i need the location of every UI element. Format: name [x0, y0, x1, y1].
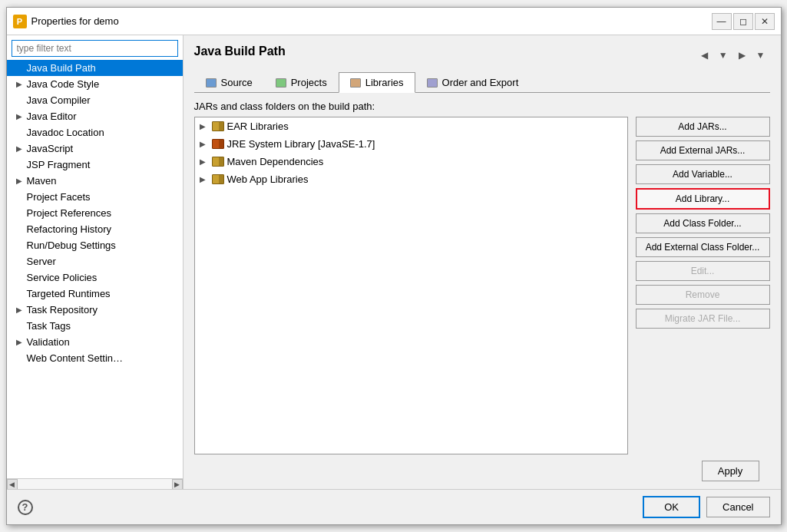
expand-arrow-icon: ▶ — [16, 306, 25, 314]
sidebar-item-project-references[interactable]: Project References — [7, 205, 183, 221]
tab-libraries-label: Libraries — [365, 77, 404, 88]
sidebar-item-javadoc-location[interactable]: Javadoc Location — [7, 124, 183, 140]
add-external-jars-button[interactable]: Add External JARs... — [636, 140, 770, 160]
sidebar-item-label: Web Content Settin… — [27, 352, 124, 364]
dialog-icon: P — [13, 15, 27, 28]
nav-forward-button[interactable]: ▶ — [734, 48, 750, 63]
tab-libraries-icon — [350, 78, 361, 88]
sidebar-item-server[interactable]: Server — [7, 253, 183, 269]
sidebar-item-label: Java Compiler — [27, 94, 91, 106]
sidebar-item-project-facets[interactable]: Project Facets — [7, 189, 183, 205]
cancel-button[interactable]: Cancel — [706, 497, 769, 517]
lib-expand-arrow-icon: ▶ — [200, 175, 210, 183]
content-area: ▶EAR Libraries▶JRE System Library [JavaS… — [194, 117, 770, 454]
lib-webapp-libs-icon — [212, 174, 224, 184]
sidebar-list: Java Build Path▶ Java Code StyleJava Com… — [7, 60, 183, 478]
expand-arrow-icon: ▶ — [16, 144, 25, 153]
lib-maven-deps-label: Maven Dependencies — [227, 156, 324, 167]
lib-item-jre-system[interactable]: ▶JRE System Library [JavaSE-1.7] — [195, 135, 627, 153]
lib-expand-arrow-icon: ▶ — [200, 157, 210, 166]
sidebar-item-label: Java Build Path — [27, 62, 96, 74]
libraries-panel[interactable]: ▶EAR Libraries▶JRE System Library [JavaS… — [194, 117, 628, 454]
sidebar-item-validation[interactable]: ▶ Validation — [7, 334, 183, 350]
expand-arrow-icon: ▶ — [16, 338, 25, 346]
nav-forward-dropdown-button[interactable]: ▼ — [752, 48, 770, 63]
apply-button[interactable]: Apply — [702, 461, 759, 481]
sidebar-item-java-compiler[interactable]: Java Compiler — [7, 92, 183, 108]
remove-button: Remove — [636, 285, 770, 305]
tab-source[interactable]: Source — [194, 72, 264, 92]
help-button[interactable]: ? — [18, 500, 33, 515]
scroll-left-button[interactable]: ◀ — [7, 479, 18, 490]
sidebar-item-label: Maven — [27, 175, 57, 187]
main-panel: Java Build Path ◀ ▼ ▶ ▼ SourceProjectsLi… — [184, 35, 781, 489]
sidebar-item-task-tags[interactable]: Task Tags — [7, 318, 183, 334]
minimize-button[interactable]: — — [712, 13, 732, 30]
tab-projects-label: Projects — [291, 77, 327, 88]
sidebar-item-web-content-settings[interactable]: Web Content Settin… — [7, 350, 183, 366]
title-bar: P Properties for demo — ◻ ✕ — [7, 8, 781, 35]
tab-source-icon — [206, 78, 217, 88]
sidebar-item-refactoring-history[interactable]: Refactoring History — [7, 221, 183, 237]
lib-webapp-libs-label: Web App Libraries — [227, 173, 309, 185]
tab-projects[interactable]: Projects — [264, 72, 339, 92]
sidebar-item-label: Targeted Runtimes — [27, 288, 111, 299]
sidebar-item-label: Project Facets — [27, 191, 91, 203]
add-variable-button[interactable]: Add Variable... — [636, 164, 770, 184]
expand-arrow-icon: ▶ — [16, 80, 25, 88]
nav-back-button[interactable]: ◀ — [696, 48, 713, 63]
sidebar-item-javascript[interactable]: ▶ JavaScript — [7, 140, 183, 157]
sidebar-item-java-editor[interactable]: ▶ Java Editor — [7, 108, 183, 124]
add-external-class-folder-button[interactable]: Add External Class Folder... — [636, 237, 770, 257]
sidebar-item-jsp-fragment[interactable]: JSP Fragment — [7, 157, 183, 173]
sidebar-item-label: Project References — [27, 207, 112, 219]
sidebar-item-run-debug-settings[interactable]: Run/Debug Settings — [7, 237, 183, 253]
dialog-footer: ? OK Cancel — [7, 489, 781, 524]
maximize-button[interactable]: ◻ — [733, 13, 753, 30]
scroll-right-button[interactable]: ▶ — [172, 479, 183, 490]
sidebar-item-label: Javadoc Location — [27, 127, 104, 138]
filter-input[interactable] — [12, 40, 178, 57]
ok-button[interactable]: OK — [643, 496, 700, 518]
sidebar-item-task-repository[interactable]: ▶ Task Repository — [7, 302, 183, 318]
dialog-title: Properties for demo — [31, 15, 712, 27]
lib-jre-system-label: JRE System Library [JavaSE-1.7] — [227, 138, 375, 150]
sidebar-item-label: Java Editor — [27, 111, 77, 122]
buttons-panel: Add JARs...Add External JARs...Add Varia… — [636, 117, 770, 454]
tab-libraries[interactable]: Libraries — [339, 72, 415, 93]
sidebar-item-label: JavaScript — [27, 143, 74, 154]
apply-row: Apply — [194, 461, 770, 481]
sidebar-item-label: Validation — [27, 336, 70, 348]
jars-label: JARs and class folders on the build path… — [194, 101, 770, 112]
sidebar-item-label: Task Repository — [27, 304, 98, 316]
migrate-jar-button: Migrate JAR File... — [636, 309, 770, 329]
lib-ear-libs-icon — [212, 121, 224, 131]
tab-order-export[interactable]: Order and Export — [415, 72, 531, 92]
sidebar-item-targeted-runtimes[interactable]: Targeted Runtimes — [7, 286, 183, 302]
add-jars-button[interactable]: Add JARs... — [636, 117, 770, 137]
tab-order-export-label: Order and Export — [442, 77, 519, 88]
nav-back-dropdown-button[interactable]: ▼ — [714, 48, 732, 63]
sidebar-item-maven[interactable]: ▶ Maven — [7, 173, 183, 189]
sidebar-item-label: Run/Debug Settings — [27, 240, 116, 251]
close-button[interactable]: ✕ — [755, 13, 775, 30]
lib-expand-arrow-icon: ▶ — [200, 122, 210, 131]
dialog-body: Java Build Path▶ Java Code StyleJava Com… — [7, 35, 781, 489]
properties-dialog: P Properties for demo — ◻ ✕ Java Build P… — [6, 7, 782, 525]
lib-item-webapp-libs[interactable]: ▶Web App Libraries — [195, 170, 627, 188]
sidebar-item-label: Service Policies — [27, 272, 98, 283]
lib-item-maven-deps[interactable]: ▶Maven Dependencies — [195, 153, 627, 170]
section-title: Java Build Path — [194, 45, 286, 58]
sidebar-item-label: Java Code Style — [27, 78, 100, 90]
header-nav: ◀ ▼ ▶ ▼ — [696, 48, 770, 63]
tab-projects-icon — [276, 78, 286, 88]
sidebar-item-service-policies[interactable]: Service Policies — [7, 269, 183, 286]
section-header: Java Build Path ◀ ▼ ▶ ▼ — [194, 45, 770, 66]
sidebar-item-java-build-path[interactable]: Java Build Path — [7, 60, 183, 76]
add-library-button[interactable]: Add Library... — [636, 188, 770, 210]
sidebar-item-label: Refactoring History — [27, 223, 112, 235]
add-class-folder-button[interactable]: Add Class Folder... — [636, 213, 770, 233]
lib-maven-deps-icon — [212, 157, 224, 167]
lib-item-ear-libs[interactable]: ▶EAR Libraries — [195, 117, 627, 135]
sidebar-item-java-code-style[interactable]: ▶ Java Code Style — [7, 76, 183, 92]
